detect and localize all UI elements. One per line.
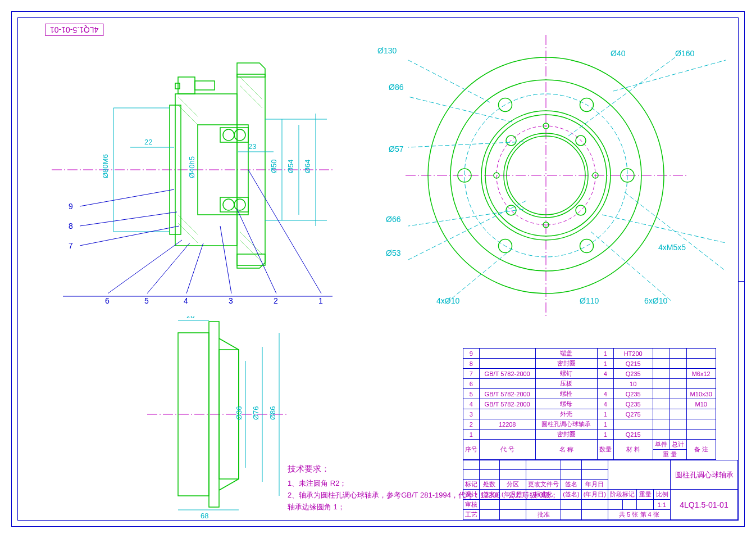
svg-line-85 [602,215,726,243]
svg-rect-6 [175,83,180,89]
dim-d80: Ø80M6 [101,154,110,178]
section-view-left: Ø50 Ø54 Ø64 Ø80M6 Ø40h5 22 23 9 8 7 6 5 [52,40,344,310]
scale-val: 1:1 [654,500,671,510]
outer-border: 4LQ1.5-01-01 [11,11,745,527]
svg-point-11 [234,199,245,210]
hdr-weight: 重 量 [653,450,686,460]
svg-line-79 [613,60,726,91]
svg-line-36 [147,243,190,293]
bom-row: 9端盖1HT200 [463,349,716,359]
hdr-w1: 单件 [653,440,670,450]
dim-d160: Ø160 [675,49,694,58]
dim-d110: Ø110 [580,296,599,305]
bom-row: 6压板10 [463,379,716,389]
title-table: 圆柱孔调心球轴承 标记处数分区 更改文件号签名年月日 设计(签名)(年月日) 标… [463,460,738,520]
bom-row: 7GB/T 5782-2000螺钉4Q235M6x12 [463,369,716,379]
dim-d66: Ø66 [386,215,400,224]
dim-w22: 22 [144,138,152,146]
dim-d53: Ø53 [386,248,400,257]
balloon-6: 6 [105,296,110,305]
balloon-9: 9 [69,202,73,211]
dim-tap: 4xM5x5 [658,243,686,252]
hdr-name: 名 称 [535,440,597,460]
balloon-4: 4 [184,296,188,305]
svg-line-18 [240,77,262,100]
svg-line-33 [80,212,177,226]
svg-line-76 [408,97,512,122]
bom-header-row: 序号 代 号 名 称 数量 材 料 单件 总计 备 注 [463,440,716,450]
hdr-no: 序号 [463,440,479,460]
rotated-drawing-no: 4LQ1.5-01-01 [45,24,103,36]
dim-6x10: 6xØ10 [644,296,667,305]
svg-line-80 [408,209,523,226]
svg-point-9 [234,129,245,141]
bom-row: 3外壳1Q275 [463,409,716,419]
dim-d40: Ø40 [611,49,625,58]
svg-line-32 [80,189,174,206]
hdr-w2: 总计 [670,440,686,450]
balloon-5: 5 [144,296,149,305]
svg-line-40 [248,170,321,293]
drawing-title: 圆柱孔调心球轴承 [671,460,738,490]
hdr-rem: 备 注 [686,440,716,460]
dim-d64: Ø64 [303,159,312,173]
svg-rect-7 [195,81,215,90]
dim-w20: 20 [186,316,194,320]
svg-line-19 [240,85,262,108]
dim-d76: Ø76 [252,406,260,420]
bom-row: 4GB/T 5782-2000螺母4Q235M10 [463,399,716,409]
svg-line-82 [448,248,512,302]
svg-line-75 [408,60,490,102]
balloon-3: 3 [229,296,233,305]
dim-d50: Ø50 [270,159,278,173]
bom-row: 212208圆柱孔调心球轴承1 [463,419,716,430]
flange-view [355,29,737,322]
svg-line-20 [240,232,262,254]
svg-line-38 [220,226,231,293]
svg-line-78 [568,57,675,136]
svg-line-34 [80,226,179,246]
dim-4x10: 4xØ10 [436,296,459,305]
edge-tick [739,281,744,282]
bom-row: 1密封圈1Q215 [463,430,716,440]
drawing-no: 4LQ1.5-01-01 [671,490,738,520]
hdr-mat: 材 料 [613,440,653,460]
sheet-info: 共 5 张 第 4 张 [608,510,671,520]
svg-rect-5 [178,77,195,94]
svg-line-21 [240,240,262,263]
dim-d57: Ø57 [389,144,403,153]
svg-point-10 [223,199,234,210]
balloon-8: 8 [69,221,73,230]
svg-line-39 [237,209,276,293]
svg-line-83 [591,232,672,302]
balloon-2: 2 [274,296,278,305]
dim-w68: 68 [201,512,208,520]
hdr-code: 代 号 [479,440,535,460]
dim-d36: Ø36 [235,406,243,420]
dim-d54: Ø54 [286,159,295,173]
bom-table: 9端盖1HT2008密封圈1Q2157GB/T 5782-2000螺钉4Q235… [463,348,716,460]
inner-border: 4LQ1.5-01-01 [17,17,739,521]
svg-point-8 [223,129,234,141]
svg-line-37 [186,243,203,293]
dim-d40h5: Ø40h5 [188,156,196,178]
balloon-1: 1 [318,296,323,305]
bom-row: 5GB/T 5782-2000螺栓4Q235M10x30 [463,389,716,399]
dim-d86: Ø86 [268,406,277,420]
bom-row: 8密封圈1Q215 [463,359,716,369]
dim-d86: Ø86 [389,83,403,92]
title-block: 9端盖1HT2008密封圈1Q2157GB/T 5782-2000螺钉4Q235… [463,348,738,520]
svg-line-35 [108,240,182,293]
dim-d130: Ø130 [377,46,397,55]
dim-w23: 23 [248,142,256,151]
hdr-qty: 数量 [597,440,613,460]
profile-view-bottom: 20 68 Ø36 Ø76 Ø86 [147,316,293,524]
svg-point-67 [576,205,586,215]
balloon-7: 7 [69,241,73,250]
